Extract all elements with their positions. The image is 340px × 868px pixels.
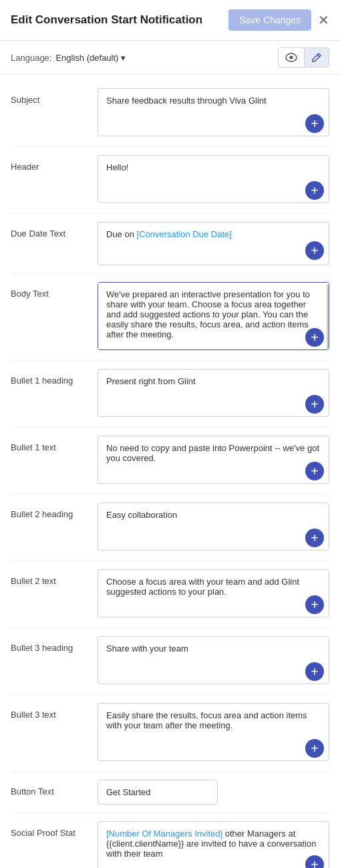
due-date-link: [Conversation Due Date] <box>137 229 232 239</box>
label-subject: Subject <box>11 88 98 105</box>
input-wrap-bullet3-text: Easily share the results, focus area and… <box>98 703 329 763</box>
field-bullet2-text: Bullet 2 text Choose a focus area with y… <box>11 561 329 628</box>
form-area: Subject Share feedback results through V… <box>0 75 340 868</box>
label-social-proof: Social Proof Stat <box>11 821 98 838</box>
header-actions: Save Changes ✕ <box>228 9 329 31</box>
input-wrap-social-proof: [Number Of Managers Invited] other Manag… <box>98 821 329 868</box>
language-bar: Language: English (default) ▾ <box>0 41 340 75</box>
subject-input[interactable]: Share feedback results through Viva Glin… <box>98 88 329 136</box>
input-wrap-bullet2-heading: Easy collaboration + <box>98 502 329 553</box>
button-text-input[interactable] <box>98 780 218 805</box>
input-wrap-due-date: Due on [Conversation Due Date] + <box>98 222 329 265</box>
input-wrap-bullet3-heading: Share with your team + <box>98 636 329 686</box>
input-wrap-bullet2-text: Choose a focus area with your team and a… <box>98 569 329 619</box>
input-wrap-button-text <box>98 780 329 805</box>
language-value: English (default) <box>55 53 118 63</box>
bullet3-heading-input[interactable]: Share with your team <box>98 636 329 684</box>
social-proof-display: [Number Of Managers Invited] other Manag… <box>98 821 329 868</box>
view-edit-toolbar <box>278 47 329 67</box>
label-bullet3-text: Bullet 3 text <box>11 703 98 720</box>
bullet1-text-add-button[interactable]: + <box>305 462 324 480</box>
field-bullet3-heading: Bullet 3 heading Share with your team + <box>11 628 329 695</box>
language-label: Language: <box>11 53 51 63</box>
field-due-date: Due Date Text Due on [Conversation Due D… <box>11 214 329 274</box>
header-bar: Edit Conversation Start Notification Sav… <box>0 0 340 41</box>
bullet3-text-input[interactable]: Easily share the results, focus area and… <box>98 703 329 761</box>
label-bullet1-text: Bullet 1 text <box>11 436 98 452</box>
input-wrap-header: Hello! + <box>98 155 329 205</box>
chevron-down-icon: ▾ <box>121 53 126 63</box>
bullet2-text-add-button[interactable]: + <box>305 595 324 614</box>
field-bullet1-text: Bullet 1 text No need to copy and paste … <box>11 428 329 494</box>
view-edit-button-group <box>278 47 329 67</box>
pencil-icon <box>311 52 322 63</box>
input-wrap-body-text: We've prepared an interactive presentati… <box>98 282 329 352</box>
label-body-text: Body Text <box>11 282 98 299</box>
field-bullet3-text: Bullet 3 text Easily share the results, … <box>11 695 329 772</box>
label-header: Header <box>11 155 98 172</box>
header-add-button[interactable]: + <box>305 181 324 200</box>
bullet3-heading-add-button[interactable]: + <box>305 662 324 681</box>
input-wrap-bullet1-text: No need to copy and paste into Powerpoin… <box>98 436 329 486</box>
svg-point-1 <box>290 56 293 59</box>
language-dropdown[interactable]: English (default) ▾ <box>55 53 126 63</box>
label-bullet2-heading: Bullet 2 heading <box>11 502 98 519</box>
label-button-text: Button Text <box>11 780 98 797</box>
bullet1-text-input[interactable]: No need to copy and paste into Powerpoin… <box>98 436 329 484</box>
input-wrap-subject: Share feedback results through Viva Glin… <box>98 88 329 138</box>
bullet2-heading-input[interactable]: Easy collaboration <box>98 502 329 551</box>
header-input[interactable]: Hello! <box>98 155 329 203</box>
label-bullet1-heading: Bullet 1 heading <box>11 369 98 386</box>
body-text-input[interactable]: We've prepared an interactive presentati… <box>98 282 329 350</box>
subject-add-button[interactable]: + <box>305 114 324 133</box>
field-social-proof: Social Proof Stat [Number Of Managers In… <box>11 813 329 868</box>
field-bullet1-heading: Bullet 1 heading Present right from Glin… <box>11 361 329 428</box>
field-header: Header Hello! + <box>11 147 329 214</box>
bullet1-heading-add-button[interactable]: + <box>305 395 324 414</box>
due-date-add-button[interactable]: + <box>305 241 324 260</box>
bullet2-heading-add-button[interactable]: + <box>305 529 324 547</box>
field-bullet2-heading: Bullet 2 heading Easy collaboration + <box>11 494 329 561</box>
eye-icon <box>285 53 297 62</box>
label-bullet2-text: Bullet 2 text <box>11 569 98 586</box>
view-button[interactable] <box>279 48 304 67</box>
field-subject: Subject Share feedback results through V… <box>11 80 329 147</box>
due-date-display: Due on [Conversation Due Date] <box>98 222 329 265</box>
bullet3-text-add-button[interactable]: + <box>305 739 324 758</box>
language-selector: Language: English (default) ▾ <box>11 53 126 63</box>
label-bullet3-heading: Bullet 3 heading <box>11 636 98 653</box>
close-button[interactable]: ✕ <box>318 13 329 27</box>
field-button-text: Button Text <box>11 772 329 813</box>
social-proof-link: [Number Of Managers Invited] <box>106 829 222 839</box>
page-title: Edit Conversation Start Notification <box>11 13 202 27</box>
field-body-text: Body Text We've prepared an interactive … <box>11 274 329 361</box>
save-button[interactable]: Save Changes <box>228 9 311 31</box>
label-due-date: Due Date Text <box>11 222 98 239</box>
edit-button[interactable] <box>304 48 329 67</box>
input-wrap-bullet1-heading: Present right from Glint + <box>98 369 329 419</box>
bullet2-text-input[interactable]: Choose a focus area with your team and a… <box>98 569 329 617</box>
bullet1-heading-input[interactable]: Present right from Glint <box>98 369 329 417</box>
body-text-add-button[interactable]: + <box>305 328 324 347</box>
